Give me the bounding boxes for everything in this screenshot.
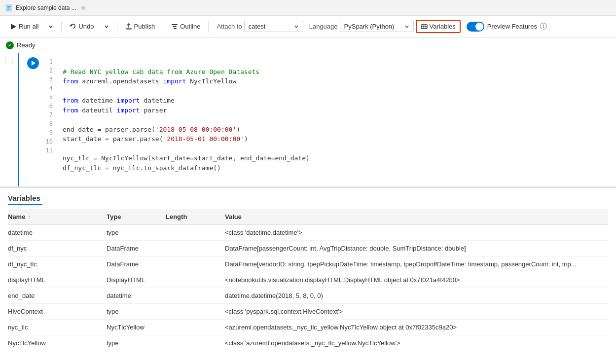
variables-title: Variables: [8, 188, 608, 204]
svg-rect-7: [173, 26, 177, 27]
chevron-down-icon-3: [294, 24, 299, 29]
table-row: datetimetype<class 'datetime.datetime'>: [8, 224, 608, 240]
undo-button[interactable]: Undo: [66, 21, 98, 32]
info-icon: ⓘ: [540, 22, 547, 31]
table-row: HiveContexttype<class 'pyspark.sql.conte…: [8, 303, 608, 319]
toolbar: Run all Undo Publish: [0, 16, 616, 37]
cell-length: [166, 272, 225, 288]
chevron-down-icon: [48, 24, 53, 29]
cell-type: DisplayHTML: [107, 272, 166, 288]
publish-button[interactable]: Publish: [121, 21, 159, 32]
cell-value: <notebookutils.visualization.displayHTML…: [225, 272, 608, 288]
publish-icon: [125, 23, 132, 30]
cell-name: NycTlcYellow: [8, 335, 107, 351]
cell-name: HiveContext: [8, 303, 107, 319]
cell-type: type: [107, 303, 166, 319]
line-numbers: 1234567891011: [42, 53, 57, 159]
cell-type: DataFrame: [107, 240, 166, 256]
cell-length: [166, 288, 225, 303]
code-cell: ⋮⋮ 1234567891011 # Read NYC yellow cab d…: [0, 53, 616, 186]
svg-marker-4: [11, 24, 16, 30]
separator-2: [117, 21, 117, 33]
code-section: ⋮⋮ 1234567891011 # Read NYC yellow cab d…: [0, 53, 616, 188]
variables-header: Name ↑ Type Length Value: [8, 209, 608, 225]
chevron-down-icon-4: [404, 24, 409, 29]
run-all-button[interactable]: Run all: [6, 21, 42, 32]
cell-value: DataFrame[vendorID: string, tpepPickupDa…: [225, 256, 608, 272]
outline-icon: [171, 23, 178, 30]
table-row: df_nyc_tlcDataFrameDataFrame[vendorID: s…: [8, 256, 608, 272]
attach-value: catest: [249, 23, 266, 30]
status-ready: ✓ Ready: [6, 41, 36, 49]
variables-icon: [421, 23, 428, 30]
attach-dropdown[interactable]: catest: [244, 21, 303, 32]
separator-4: [208, 21, 209, 33]
cell-value: <class 'datetime.datetime'>: [225, 224, 608, 240]
cell-value: <azureml.opendatasets._nyc_tlc_yellow.Ny…: [225, 319, 608, 335]
cell-name: df_nyc_tlc: [8, 256, 107, 272]
undo-dropdown-button[interactable]: [100, 22, 113, 31]
cell-gutter: [19, 53, 42, 69]
cell-name: displayHTML: [8, 272, 107, 288]
drag-handle[interactable]: ⋮⋮: [0, 53, 18, 69]
language-dropdown[interactable]: PySpark (Python): [340, 21, 414, 32]
variables-section: Variables Name ↑ Type Length Value: [0, 188, 616, 364]
col-header-length[interactable]: Length: [166, 209, 225, 225]
cell-run-button[interactable]: [27, 57, 39, 69]
status-text: Ready: [17, 41, 36, 49]
cell-active-bar: [18, 53, 19, 186]
cell-type: NycTlcYellow: [107, 319, 166, 335]
cell-type: DataFrame: [107, 256, 166, 272]
undo-label: Undo: [78, 23, 94, 30]
undo-icon: [70, 23, 76, 30]
col-header-value[interactable]: Value: [225, 209, 608, 225]
run-icon: [10, 23, 17, 30]
cell-type: type: [107, 335, 166, 351]
notebook-icon: [5, 4, 13, 12]
cell-name: end_date: [8, 288, 107, 303]
cell-length: [166, 256, 225, 272]
cell-length: [166, 319, 225, 335]
cell-value: <class 'pyspark.sql.context.HiveContext'…: [225, 303, 608, 319]
svg-rect-8: [174, 28, 177, 29]
preview-toggle[interactable]: [467, 22, 484, 32]
variables-table: Name ↑ Type Length Value datetimetype<cl…: [8, 209, 608, 351]
title-bar: Explore sample data ...: [0, 0, 616, 16]
outline-label: Outline: [180, 23, 200, 30]
cell-name: datetime: [8, 224, 107, 240]
col-header-name[interactable]: Name ↑: [8, 209, 107, 225]
table-row: displayHTMLDisplayHTML<notebookutils.vis…: [8, 272, 608, 288]
attach-label: Attach to: [217, 23, 242, 30]
variables-body: datetimetype<class 'datetime.datetime'>d…: [8, 224, 608, 351]
cell-value: <class 'azureml.opendatasets._nyc_tlc_ye…: [225, 335, 608, 351]
language-label: Language: [309, 23, 338, 30]
table-row: NycTlcYellowtype<class 'azureml.opendata…: [8, 335, 608, 351]
code-content[interactable]: # Read NYC yellow cab data from Azure Op…: [57, 53, 616, 186]
cell-type: type: [107, 224, 166, 240]
separator-3: [163, 21, 163, 33]
variables-underline: [8, 204, 42, 205]
col-header-type[interactable]: Type: [107, 209, 166, 225]
outline-button[interactable]: Outline: [167, 21, 204, 32]
svg-rect-5: [126, 28, 132, 30]
publish-label: Publish: [134, 23, 155, 30]
window-title: Explore sample data ...: [16, 4, 76, 11]
unsaved-indicator: [81, 6, 85, 10]
table-row: df_nycDataFrameDataFrame[passengerCount:…: [8, 240, 608, 256]
preview-toggle-container: Preview Features ⓘ: [467, 22, 547, 32]
cell-value: datetime.datetime(2018, 5, 8, 0, 0): [225, 288, 608, 303]
language-value: PySpark (Python): [344, 23, 395, 30]
cell-length: [166, 240, 225, 256]
cell-length: [166, 335, 225, 351]
variables-label: Variables: [430, 23, 456, 30]
status-icon: ✓: [6, 41, 14, 49]
cell-type: datetime: [107, 288, 166, 303]
cell-length: [166, 303, 225, 319]
chevron-down-icon-2: [104, 24, 109, 29]
main-area: ⋮⋮ 1234567891011 # Read NYC yellow cab d…: [0, 53, 616, 364]
preview-label: Preview Features: [487, 23, 537, 30]
variables-button[interactable]: Variables: [416, 20, 461, 33]
status-bar: ✓ Ready: [0, 37, 616, 53]
cell-name: df_nyc: [8, 240, 107, 256]
run-dropdown-button[interactable]: [44, 22, 57, 31]
